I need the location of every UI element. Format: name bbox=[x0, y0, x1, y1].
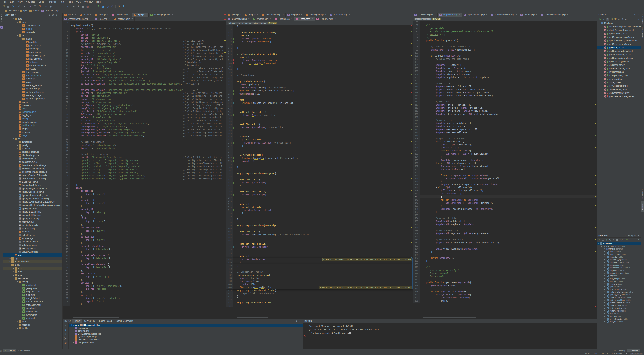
project-tree-item-overlay.js[interactable]: JSoverlay.js bbox=[3, 31, 62, 34]
help-icon[interactable]: ? bbox=[121, 4, 126, 9]
tab-system.html[interactable]: Hsystem.html✕ bbox=[251, 17, 273, 21]
structure-method-getData[interactable]: mgetData():array bbox=[597, 46, 641, 50]
project-tree-item-blueimp-gallery.js[interactable]: JSblueimp-gallery.js bbox=[3, 150, 62, 154]
project-tree-item-velocity.min.js[interactable]: JSvelocity.min.js bbox=[3, 247, 62, 250]
project-tree-item-velocity.ui.min.js[interactable]: JSvelocity.ui.min.js bbox=[3, 250, 62, 253]
project-tree-item-jquery.easypiechart.min.js[interactable]: JSjquery.easypiechart.min.js bbox=[3, 187, 62, 190]
tab-_colors.scss[interactable]: S_colors.scss✕ bbox=[110, 13, 132, 17]
editor-breadcrumb[interactable]: &:hover bbox=[268, 22, 277, 24]
db-item-system_kills_pods[interactable]: ▶▦system_kills_pods: table bbox=[597, 293, 641, 296]
project-tree-item-modules[interactable]: ▶modules bbox=[3, 323, 62, 327]
caret-position[interactable]: 147:1 bbox=[585, 353, 590, 355]
sql-console-icon[interactable]: SQL bbox=[620, 239, 624, 241]
close-tab-icon[interactable]: ✕ bbox=[325, 14, 326, 16]
line-separator[interactable]: CRLF⌄ bbox=[592, 353, 599, 355]
project-tree-item-bootstrap-editable.min.js[interactable]: JSbootstrap-editable.min.js bbox=[3, 167, 62, 170]
db-item-system_signature[interactable]: ▶▦system_signature: table bbox=[597, 301, 641, 304]
duplicate-icon[interactable]: ❐ bbox=[602, 239, 604, 241]
structure-method-getCharactersData[interactable]: mgetCharactersData():array bbox=[597, 95, 641, 98]
structure-method-getCharacters[interactable]: mgetCharacters():array bbox=[597, 91, 641, 95]
db-item-alliance_map[interactable]: ▶▦alliance_map: table bbox=[597, 253, 641, 255]
project-tree-item-jquery.mCustomScrollbar.concat.min.js[interactable]: JSjquery.mCustomScrollbar.concat.min.js bbox=[3, 204, 62, 207]
project-tree-item-map.html[interactable]: Hmap.html bbox=[3, 293, 62, 297]
breadcrumb-Model[interactable]: Model▸ bbox=[30, 10, 40, 12]
db-item-character[interactable]: ▶▦character: table bbox=[597, 255, 641, 258]
shelf-icon[interactable]: ▣ bbox=[101, 4, 106, 9]
open-icon[interactable]: ❒ bbox=[2, 4, 6, 9]
project-tree-item-lib[interactable]: ▼lib bbox=[3, 137, 62, 140]
project-tree-item-jquery.lazylinepainter-1.5.1.min.js[interactable]: JSjquery.lazylinepainter-1.5.1.min.js bbox=[3, 200, 62, 204]
breadcrumb-MapModel.php[interactable]: PMapModel.php bbox=[41, 10, 58, 12]
project-tree-item-validator.min.js[interactable]: JSvalidator.min.js bbox=[3, 243, 62, 247]
project-tree-item-css[interactable]: ▶css bbox=[3, 267, 62, 270]
project-tree-item-datatables[interactable]: ▶datatables bbox=[3, 140, 62, 144]
project-tree-item-map_info.js[interactable]: JSmap_info.js bbox=[3, 51, 62, 54]
autoscroll-icon[interactable]: ⇋ bbox=[625, 18, 626, 21]
close-tab-icon[interactable]: ✕ bbox=[312, 18, 313, 20]
tab-util.js[interactable]: JSutil.js✕ bbox=[78, 13, 93, 17]
show-functions-icon[interactable]: ⓕ bbox=[611, 18, 613, 21]
hide-panel-icon[interactable]: ⇥ bbox=[638, 14, 640, 16]
project-tree-item-form[interactable]: ▶form bbox=[3, 320, 62, 323]
menu-file[interactable]: File bbox=[1, 0, 8, 4]
project-tree-item-app.js[interactable]: JSapp.js bbox=[3, 253, 62, 257]
project-tree-item-jquery.min.map[interactable]: {}jquery.min.map bbox=[3, 207, 62, 210]
tab-init.js[interactable]: JSinit.js✕ bbox=[63, 13, 78, 17]
more-icon[interactable]: » bbox=[638, 18, 640, 21]
db-item-system_jumps[interactable]: ▶▦system_jumps: table bbox=[597, 288, 641, 290]
stripe-Database[interactable]: Database bbox=[641, 201, 644, 212]
close-session-icon[interactable]: ✕ bbox=[304, 334, 306, 337]
sync-icon[interactable]: ⟲ bbox=[625, 234, 626, 237]
find-icon[interactable]: ◌ bbox=[44, 4, 48, 9]
project-tree-item-manual.js[interactable]: JSmanual.js bbox=[3, 47, 62, 51]
preview-icon[interactable]: ⊢ bbox=[64, 345, 66, 348]
tab-Connection.php[interactable]: PConnection.php✕ bbox=[226, 17, 251, 21]
upload-icon[interactable]: ⇪ bbox=[128, 4, 132, 9]
locate-icon[interactable]: ⊙ bbox=[48, 14, 50, 16]
show-constants-icon[interactable]: ⓒ bbox=[614, 18, 616, 21]
redo-icon[interactable]: ↷ bbox=[22, 4, 26, 9]
close-tab-icon[interactable]: ✕ bbox=[567, 14, 568, 16]
project-tree-item-system_route.js[interactable]: JSsystem_route.js bbox=[3, 94, 62, 97]
db-item-corporation_map[interactable]: ▶▦corporation_map: table bbox=[597, 272, 641, 274]
tab-app.js[interactable]: JSapp.js✕ bbox=[132, 13, 148, 17]
project-tree-item-morris.min.js[interactable]: JSmorris.min.js bbox=[3, 220, 62, 223]
todo-file-CcpSystemsMapper.php[interactable]: ▶PCcpSystemsMapper.php bbox=[69, 332, 302, 335]
project-tree-item-notification.html[interactable]: Hnotification.html bbox=[3, 303, 62, 307]
db-item-Pathfinder[interactable]: ▼◱Pathfinder bbox=[597, 242, 641, 245]
project-tree-item-trust.js[interactable]: JStrust.js bbox=[3, 67, 62, 71]
menu-vcs[interactable]: VCS bbox=[74, 0, 83, 4]
menu-navigate[interactable]: Navigate bbox=[24, 0, 36, 4]
copy-icon[interactable]: ❐ bbox=[33, 4, 37, 9]
tab-Controller.php[interactable]: PController.php✕ bbox=[328, 13, 352, 17]
table-icon[interactable]: ▦ bbox=[616, 239, 618, 241]
db-item-connection_scope[interactable]: ▶▦connection_scope: table bbox=[597, 266, 641, 269]
project-tree-item-bootbox.min.js[interactable]: JSbootbox.min.js bbox=[3, 157, 62, 160]
stripe-Event Log[interactable]: 🗩Event Log bbox=[612, 349, 627, 352]
db-item-pathfinder[interactable]: ▼⌬pathfinder: schema bbox=[597, 248, 641, 250]
tab-UserModel.php[interactable]: PUserModel.php✕ bbox=[413, 13, 438, 17]
structure-method-isCorporation[interactable]: misCorporation():bool bbox=[597, 74, 641, 77]
editor-breadcrumb[interactable]: .pf-map bbox=[228, 22, 236, 24]
structure-method-getCorporations[interactable]: mgetCorporations():array bbox=[597, 43, 641, 46]
project-tree-item-jump_info.js[interactable]: JSjump_info.js bbox=[3, 44, 62, 47]
horizontal-scrollbar[interactable] bbox=[423, 317, 476, 318]
project-tree-item-ui[interactable]: ▼ui bbox=[3, 34, 62, 37]
structure-method-save[interactable]: msave():mixed bbox=[597, 81, 641, 84]
project-tree-item-system_graph.js[interactable]: JSsystem_graph.js bbox=[3, 84, 62, 87]
project-tree-item-ccp.js[interactable]: JSccp.js bbox=[3, 100, 62, 104]
sort-by-visibility-icon[interactable]: ↓h bbox=[598, 18, 601, 21]
new-session-icon[interactable]: ＋ bbox=[304, 329, 306, 332]
project-tree-item-bootstrap-confirmation.js[interactable]: JSbootstrap-confirmation.js bbox=[3, 164, 62, 167]
project-tree-item-contextmenu.js[interactable]: JScontextmenu.js bbox=[3, 24, 62, 27]
tab-map.js[interactable]: JSmap.js✕ bbox=[244, 13, 260, 17]
db-item-user_character[interactable]: ▶▦user_character: table bbox=[597, 317, 641, 320]
stripe-9: Changes[interactable]: ▤9: Changes bbox=[16, 349, 32, 352]
project-tree-item-logging.js[interactable]: JSlogging.js bbox=[3, 114, 62, 117]
todo-tab-Project[interactable]: Project bbox=[72, 319, 82, 322]
stripe-6: TODO[interactable]: ▤6: TODO bbox=[3, 349, 16, 352]
tab-_map.scss[interactable]: S_map.scss✕ bbox=[294, 17, 315, 21]
menu-help[interactable]: Help bbox=[94, 0, 102, 4]
db-item-map[interactable]: ▶▦map: table bbox=[597, 274, 641, 277]
error-stripe[interactable] bbox=[224, 13, 226, 319]
